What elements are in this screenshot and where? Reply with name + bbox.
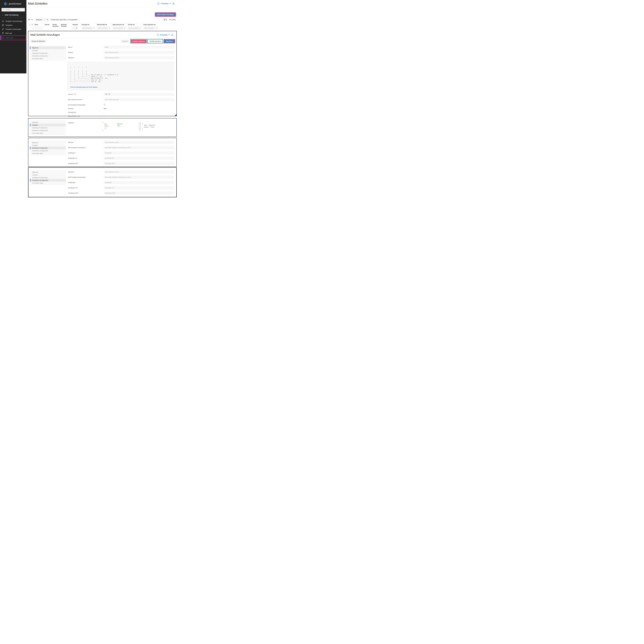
column-erstellt-am[interactable]: Erstellt am ↓ Datum auswählen ×	[127, 23, 142, 31]
empfaenger-cc-input[interactable]: Empfänger CC	[104, 157, 174, 160]
nav-item-allgemein[interactable]: Allgemein	[30, 171, 66, 173]
column-maximale-versuche[interactable]: Maximale Versuche	[60, 23, 72, 31]
nav-item-allgemein[interactable]: Allgemein	[30, 46, 66, 49]
max-versuche-input[interactable]: Max. Anzahl Versuche	[104, 98, 174, 101]
user-avatar-icon[interactable]	[171, 33, 174, 36]
back-to-overview-button[interactable]: Zurück zur Übersicht	[30, 40, 46, 43]
actions-dropdown[interactable]: Aktionen	[35, 18, 49, 21]
brace-open: {	[102, 122, 138, 123]
user-menu-caret-icon[interactable]	[170, 3, 171, 4]
sidebar-item-mail-loops[interactable]: Mail Loops	[1, 36, 26, 40]
nav-item-empfaenger-konfiguration[interactable]: Empfänger Konfiguration	[30, 52, 66, 54]
user-avatar-icon[interactable]	[172, 2, 175, 5]
sidebar-search-input[interactable]: Suchen	[2, 8, 25, 11]
mandant-search-input[interactable]: Nach Mandant suchen...	[104, 56, 174, 59]
column-bereits-versendet[interactable]: Bereits versendet	[52, 23, 60, 31]
number-filter-input[interactable]	[32, 26, 33, 30]
interval-input[interactable]: * 8 * * *	[104, 93, 174, 96]
nav-item-versendete-mails[interactable]: Versendete Mails	[30, 152, 66, 155]
nav-item-variablen[interactable]: Variablen	[30, 49, 66, 52]
var-value-name[interactable]: value	[104, 125, 117, 127]
pause-loop-button[interactable]: Schleife pausieren	[148, 40, 162, 43]
user-menu-caret-icon[interactable]	[168, 35, 170, 35]
clear-filter-icon[interactable]: ×	[140, 27, 141, 29]
subject-search-input[interactable]: Nach Entwurf suchen...	[104, 51, 174, 54]
info-icon[interactable]: i	[74, 93, 76, 95]
user-name[interactable]: Franziska	[161, 3, 168, 5]
user-name[interactable]: Franziska	[160, 34, 167, 36]
clear-filter-icon[interactable]: ×	[157, 27, 158, 29]
variables-key-value-editor[interactable]: { keyBetreff valueTest + }	[102, 118, 138, 135]
nav-item-empfaenger-konfiguration[interactable]: Empfänger Konfiguration	[30, 126, 66, 129]
sidebar-item-template-verwendungen[interactable]: Template Verwendungen	[0, 19, 26, 23]
refresh-icon[interactable]: ↻	[31, 19, 33, 21]
clear-filter-icon[interactable]: ×	[109, 27, 110, 29]
var-value-value[interactable]: Test	[117, 125, 120, 127]
column-number[interactable]: #	[31, 23, 34, 31]
nav-item-variablen[interactable]: Variablen	[30, 173, 66, 176]
per-page-select[interactable]: 25	[163, 18, 167, 21]
zuletzt-geaendert-date-filter[interactable]: Datum auswählen ×	[143, 26, 158, 30]
column-naechste-mail-am[interactable]: Nächste Mail am Datum auswählen ×	[96, 23, 112, 31]
empfaenger-input[interactable]: Empfänger	[104, 181, 174, 184]
sprache-search-input[interactable]: Nach Sprache suchen...	[104, 170, 174, 173]
naechste-mail-am-date-filter[interactable]: Datum auswählen ×	[97, 26, 111, 30]
empfaenger-input[interactable]: Empfänger	[104, 151, 174, 154]
printformer-logo[interactable]: printformer	[0, 0, 26, 7]
name-filter-input[interactable]	[35, 26, 43, 30]
clear-filter-icon[interactable]: ×	[125, 27, 125, 29]
add-mail-schleife-button[interactable]: Mail-Schleife hinzufügen	[155, 13, 176, 16]
delete-button[interactable]: Löschen	[121, 40, 129, 43]
mail-template-verwendung-input[interactable]: Nach Mail-Template Verwendung suchen...	[104, 146, 174, 149]
add-variable-button[interactable]: +	[104, 127, 106, 129]
nav-item-empfaenger-konfiguration[interactable]: Empfänger Konfiguration	[30, 147, 66, 149]
column-abgeschlossen-am[interactable]: Abgeschlossen am Datum auswählen ×	[112, 23, 127, 31]
column-gestoppt-am[interactable]: Gestoppt am Datum auswählen ×	[81, 23, 96, 31]
eskaliert-filter-select[interactable]: -	[73, 26, 78, 30]
feiertage-checkbox[interactable]	[104, 104, 105, 105]
sort-desc-icon[interactable]: ↓	[135, 24, 135, 25]
column-name[interactable]: Name	[34, 23, 44, 31]
empfaenger-bcc-input[interactable]: Empfänger BCC	[104, 162, 174, 165]
empfaenger-bcc-input[interactable]: Empfänger BCC	[104, 192, 174, 195]
nav-item-versendete-mails[interactable]: Versendete Mails	[30, 132, 66, 134]
abgeschlossen-am-date-filter[interactable]: Datum auswählen ×	[112, 26, 126, 30]
empfaenger-cc-input[interactable]: Empfänger CC	[104, 186, 174, 189]
column-eskaliert[interactable]: Eskaliert -	[72, 23, 81, 31]
sprache-search-input[interactable]: Nach Sprache suchen...	[104, 141, 174, 144]
nav-item-eskalations-konfiguration[interactable]: Eskalations Konfiguration	[30, 179, 66, 182]
column-zuletzt-geaendert-am[interactable]: Zuletzt geändert am Datum auswählen ×	[142, 23, 159, 31]
cron-generator-link[interactable]: Tool zur Generierung von Cron Syntax	[70, 86, 97, 88]
nav-item-empfaenger-konfiguration[interactable]: Empfänger Konfiguration	[30, 176, 66, 179]
clear-filter-icon[interactable]: ×	[94, 27, 94, 29]
save-button[interactable]: Speichern	[164, 40, 175, 43]
nav-item-allgemein[interactable]: Allgemein	[30, 141, 66, 144]
notifications-bell-icon[interactable]	[157, 34, 159, 36]
name-input[interactable]: Name	[104, 46, 174, 49]
mail-template-verwendung-input[interactable]: Nach Mail-Template Verwendung suchen...	[104, 176, 174, 179]
select-all-checkbox[interactable]	[29, 24, 30, 26]
sidebar-item-template-zuweisungen[interactable]: Template Zuweisungen	[0, 27, 26, 31]
logo-text: printformer	[9, 3, 22, 5]
erstellt-am-date-filter[interactable]: Datum auswählen ×	[128, 26, 142, 30]
nav-item-versendete-mails[interactable]: Versendete Mails	[30, 182, 66, 184]
nav-item-variablen[interactable]: Variablen	[30, 144, 66, 147]
sidebar-item-mail-logs[interactable]: Mail Logs	[0, 31, 26, 35]
var-key-value[interactable]: Betreff	[117, 123, 123, 125]
sidebar-back-mail-verwaltung[interactable]: ← Mail Verwaltung	[2, 14, 26, 16]
date-filter-placeholder: Datum auswählen	[129, 27, 138, 29]
notifications-bell-icon[interactable]	[157, 2, 160, 5]
nav-item-allgemein[interactable]: Allgemein	[30, 121, 66, 124]
gestoppt-am-date-filter[interactable]: Datum auswählen ×	[82, 26, 95, 30]
resize-handle[interactable]	[175, 114, 176, 116]
nav-item-eskalations-konfiguration[interactable]: Eskalations Konfiguration	[30, 149, 66, 152]
nav-item-eskalations-konfiguration[interactable]: Eskalations Konfiguration	[30, 129, 66, 132]
sidebar-item-templates[interactable]: Templates	[0, 23, 26, 27]
nav-item-eskalations-konfiguration[interactable]: Eskalations Konfiguration	[30, 54, 66, 57]
column-interval[interactable]: Interval	[44, 23, 52, 31]
nav-item-variablen[interactable]: Variablen	[30, 124, 66, 126]
nav-item-versendete-mails[interactable]: Versendete Mails	[30, 57, 66, 60]
escalate-loop-button[interactable]: Schleife eskalieren	[131, 40, 146, 43]
settings-gear-icon[interactable]: ⚙	[28, 19, 30, 21]
var-key-name[interactable]: key	[104, 123, 117, 125]
